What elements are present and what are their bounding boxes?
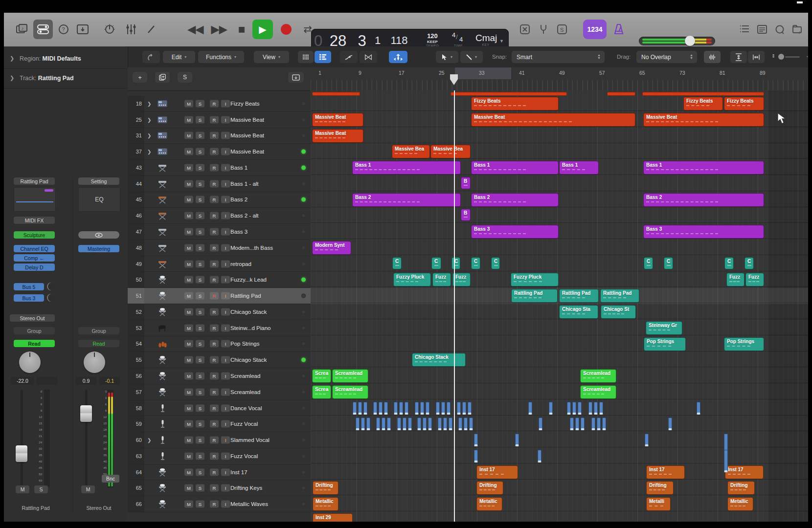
stop-button[interactable]: ■ [232,20,251,39]
track-name[interactable]: Massive Beat [230,149,264,154]
disclosure-arrow-icon[interactable]: ❯ [147,149,151,154]
solo-button[interactable]: S [196,372,204,379]
vocal-chop-region[interactable] [376,418,380,430]
vocal-chop-region[interactable] [668,418,672,430]
record-enable-button[interactable]: R [210,148,219,155]
region-fizzy-beats[interactable]: Fizzy Beats [471,97,559,110]
vocal-chop-region[interactable] [373,402,377,415]
solo-button[interactable]: S [196,501,204,508]
solo-button[interactable]: S [196,180,204,187]
record-enable-button[interactable]: R [210,452,219,460]
vocal-chop-region[interactable] [426,402,429,415]
master-volume-thumb[interactable] [685,36,695,46]
input-monitor-button[interactable]: I [221,292,230,300]
vocal-chop-region[interactable] [417,418,421,430]
track-row-43[interactable]: 43MSRIBass 1 [128,160,311,176]
library-icon[interactable]: ♪ [13,20,31,39]
mute-button[interactable]: M [184,132,193,139]
automation-icon[interactable] [340,51,358,63]
input-monitor-button[interactable]: I [221,372,230,379]
vocal-chop-region[interactable] [588,402,592,415]
solo-button[interactable]: S [196,196,204,203]
record-enable-button[interactable]: R [210,164,219,171]
region-metallic[interactable]: Metallic [727,497,753,511]
input-monitor-button[interactable]: I [221,212,230,220]
region-massive-bea[interactable]: Massive Bea [430,145,471,158]
track-row-47[interactable]: 47MSRIBass 3 [128,224,311,240]
region-fizzy-beats[interactable]: Fizzy Beats [724,97,764,110]
vertical-auto-zoom-icon[interactable] [730,51,747,63]
vocal-chop-region[interactable] [405,402,408,415]
snap-select[interactable]: Smart ▲▼ [512,51,605,63]
region-massive-beat[interactable]: Massive Beat [312,129,363,143]
solo-button[interactable]: S [196,164,204,171]
instrument-slot[interactable]: Sculpture [14,231,55,239]
track-row-55[interactable]: 55MSRIChicago Stack [128,352,311,368]
region-screa[interactable]: Screa [312,385,331,399]
region-bass-2[interactable]: Bass 2 [643,193,764,207]
record-enable-button[interactable]: R [210,420,219,428]
record-enable-button[interactable]: R [210,212,219,220]
region-pop-strings[interactable]: Pop Strings [724,337,764,351]
disclosure-arrow-icon[interactable]: ❯ [147,438,151,443]
inspector-toggle-icon[interactable] [73,20,92,39]
track-row-50[interactable]: 50MSRIFuzzy...k Lead [128,272,311,288]
vocal-chop-region[interactable] [384,402,388,415]
control-bar-toggle-icon[interactable] [33,20,53,39]
rewind-button[interactable]: ◀◀ [185,20,206,39]
lcd-chevron-down-icon[interactable]: ▼ [499,39,504,44]
track-name[interactable]: Fuzz Vocal [230,453,258,459]
region-fuzz[interactable]: Fuzz [726,273,744,286]
record-enable-button[interactable]: R [210,116,219,123]
vocal-chop-region[interactable] [358,402,362,415]
track-name[interactable]: retropad [230,261,251,267]
mixer-icon[interactable] [121,20,141,39]
pointer-tool-menu[interactable]: ▾ [436,51,458,63]
solo-button[interactable]: S [196,388,204,396]
vocal-chop-region[interactable] [572,402,576,415]
track-row-45[interactable]: 45MSRIBass 2 [128,192,311,208]
bounce-button[interactable]: Bnc [102,475,119,483]
region-bass-3[interactable]: Bass 3 [471,225,559,239]
track-row-57[interactable]: 57MSRIScreamlead [128,384,311,400]
track-row-54[interactable]: 54MSRIPop Strings [128,336,311,352]
record-enable-button[interactable]: R [210,196,219,203]
solo-button[interactable]: S [196,212,204,220]
vocal-chop-region[interactable] [399,402,403,415]
audio-fx-slot[interactable]: Comp ← [14,254,55,262]
input-monitor-button[interactable]: I [221,228,230,236]
eq-display-cell[interactable]: EQ [78,187,120,212]
vocal-chop-region[interactable] [449,418,452,430]
vocal-chop-region[interactable] [366,418,370,430]
solo-button[interactable]: S [196,260,204,267]
input-monitor-button[interactable]: I [221,420,230,428]
audio-fx-slot[interactable]: Mastering [78,245,119,252]
vocal-chop-region[interactable] [474,450,478,462]
vocal-chop-region[interactable] [428,418,432,430]
input-monitor-button[interactable]: I [221,116,230,123]
vocal-chop-region[interactable] [423,418,427,430]
record-enable-button[interactable]: R [210,100,219,107]
mute-button[interactable]: M [184,372,193,379]
mute-button[interactable]: M [184,340,193,348]
midi-fx-slot[interactable]: MIDI FX [14,217,55,224]
track-name[interactable]: Rattling Pad [230,293,261,299]
region-c[interactable]: C [644,257,653,269]
input-monitor-button[interactable]: I [221,437,230,444]
track-name[interactable]: Bass 1 - alt [230,181,259,187]
bar-ruler[interactable]: 1917253341495765738189 [311,67,808,91]
input-monitor-button[interactable]: I [221,132,230,139]
setting-button[interactable]: Setting [78,177,119,185]
mute-button[interactable]: M [184,276,193,284]
solo-button[interactable]: S [196,244,204,251]
autopunch-icon[interactable] [517,20,533,39]
vocal-chop-region[interactable] [528,402,532,415]
disclosure-arrow-icon[interactable]: ❯ [147,117,151,122]
vocal-chop-region[interactable] [602,418,606,430]
mute-button[interactable]: M [184,452,193,460]
tracks-view-icon[interactable] [315,51,331,63]
channel-fader-rail[interactable] [21,390,23,487]
region-fuzzy-pluck[interactable]: Fuzzy Pluck [511,273,559,286]
region-chicago-stack[interactable]: Chicago Stack [412,353,466,367]
region-c[interactable]: C [664,257,673,269]
